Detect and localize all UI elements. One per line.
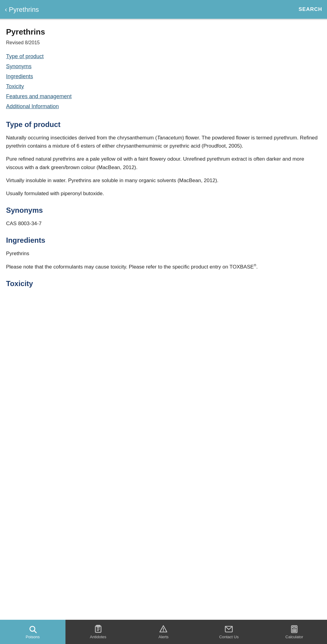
section-heading-toxicity: Toxicity (6, 278, 321, 289)
toc-list: Type of product Synonyms Ingredients Tox… (6, 52, 321, 111)
section-ingredients: Ingredients Pyrethrins Please note that … (6, 235, 321, 271)
page-title: Pyrethrins (6, 26, 321, 38)
nav-label-contact-us: Contact Us (219, 635, 239, 639)
nav-item-poisons[interactable]: Poisons (0, 620, 65, 644)
toc-item-additional[interactable]: Additional Information (6, 102, 321, 111)
nav-label-antidotes: Antidotes (90, 635, 106, 639)
type-of-product-para-2: Pure refined natural pyrethrins are a pa… (6, 155, 321, 171)
svg-point-16 (292, 631, 293, 631)
toc-link-toxicity[interactable]: Toxicity (6, 83, 24, 89)
calculator-icon (290, 625, 299, 633)
contact-icon (225, 625, 233, 633)
header-title: Pyrethrins (9, 5, 39, 15)
toc-item-ingredients[interactable]: Ingredients (6, 72, 321, 81)
back-button[interactable]: ‹ Pyrethrins (5, 5, 39, 15)
toc-link-type-of-product[interactable]: Type of product (6, 53, 44, 59)
nav-label-poisons: Poisons (26, 635, 40, 639)
section-type-of-product: Type of product Naturally occurring inse… (6, 119, 321, 198)
svg-line-1 (34, 631, 36, 632)
toc-link-additional[interactable]: Additional Information (6, 103, 59, 109)
search-button[interactable]: SEARCH (299, 5, 322, 13)
svg-point-15 (295, 629, 296, 630)
nav-label-alerts: Alerts (158, 635, 169, 639)
section-heading-ingredients: Ingredients (6, 235, 321, 246)
svg-rect-12 (292, 626, 296, 628)
type-of-product-para-3: Virtually insoluble in water. Pyrethrins… (6, 176, 321, 185)
bottom-navigation: Poisons Antidotes Alerts Contact Us (0, 620, 327, 644)
page-revised: Revised 8/2015 (6, 39, 321, 46)
back-chevron-icon: ‹ (5, 5, 7, 15)
toc-link-features[interactable]: Features and management (6, 93, 72, 99)
nav-item-antidotes[interactable]: Antidotes (65, 620, 131, 644)
main-content: Pyrethrins Revised 8/2015 Type of produc… (0, 20, 327, 620)
toc-link-synonyms[interactable]: Synonyms (6, 63, 32, 69)
nav-item-contact-us[interactable]: Contact Us (196, 620, 262, 644)
svg-point-14 (294, 629, 295, 630)
type-of-product-para-4: Usually formulated with piperonyl butoxi… (6, 189, 321, 198)
toc-item-type-of-product[interactable]: Type of product (6, 52, 321, 61)
nav-item-alerts[interactable]: Alerts (131, 620, 196, 644)
svg-point-13 (292, 629, 293, 630)
nav-item-calculator[interactable]: Calculator (262, 620, 327, 644)
toc-item-synonyms[interactable]: Synonyms (6, 62, 321, 71)
svg-point-18 (295, 631, 296, 631)
ingredients-para-1: Pyrethrins (6, 249, 321, 258)
ingredients-para-2: Please note that the coformulants may ca… (6, 263, 321, 271)
toc-item-toxicity[interactable]: Toxicity (6, 82, 321, 91)
toc-link-ingredients[interactable]: Ingredients (6, 73, 33, 79)
toc-item-features[interactable]: Features and management (6, 92, 321, 101)
section-toxicity: Toxicity (6, 278, 321, 289)
app-header: ‹ Pyrethrins SEARCH (0, 0, 327, 19)
section-synonyms: Synonyms CAS 8003-34-7 (6, 205, 321, 228)
synonyms-para-1: CAS 8003-34-7 (6, 219, 321, 228)
antidotes-icon (94, 625, 102, 633)
nav-label-calculator: Calculator (285, 635, 303, 639)
section-heading-synonyms: Synonyms (6, 205, 321, 216)
alerts-icon (159, 625, 168, 633)
svg-point-9 (163, 631, 164, 631)
search-icon (28, 625, 37, 633)
type-of-product-para-1: Naturally occurring insecticides derived… (6, 134, 321, 150)
section-heading-type-of-product: Type of product (6, 119, 321, 130)
svg-point-17 (294, 631, 295, 631)
